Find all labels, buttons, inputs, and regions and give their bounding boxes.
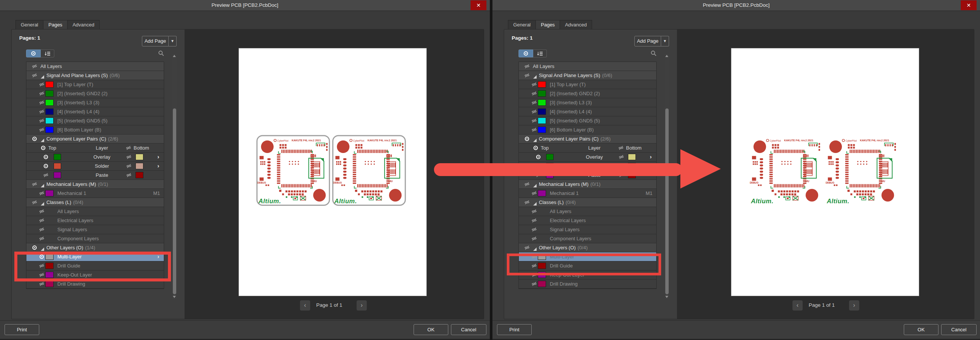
tree-row[interactable]: [3] (Inserted) L3 (3) [26,98,164,107]
color-swatch[interactable] [45,81,54,88]
eye-slash-icon[interactable] [39,109,45,115]
scrollbar[interactable] [172,54,177,299]
color-swatch[interactable] [538,126,546,133]
eye-slash-icon[interactable] [39,218,45,223]
eye-slash-icon[interactable] [32,64,37,69]
tab-general[interactable]: General [16,20,43,29]
sort-list-button[interactable] [41,49,54,57]
tree-row[interactable]: Classes (L)(0/4) [26,198,164,207]
scrollbar-thumb[interactable] [173,109,176,294]
eye-icon[interactable] [43,154,49,160]
triangle-icon[interactable] [533,75,537,78]
eye-slash-icon[interactable] [39,209,45,214]
visibility-mode-button[interactable] [26,49,41,57]
color-swatch[interactable] [135,163,143,169]
tree-row[interactable]: Signal Layers [519,225,656,234]
title-bar[interactable]: Preview PCB [PCB2.PcbDoc] ✕ [0,0,490,11]
tree-row[interactable]: Signal Layers [26,225,164,234]
tree-row[interactable]: Drill Drawing [519,279,656,289]
add-page-split-button[interactable]: Add Page ▼ [634,36,669,46]
tree-row[interactable]: Component Layer Pairs (C)(2/6) [26,134,164,144]
color-swatch[interactable] [538,109,546,115]
prev-page-button[interactable]: ‹ [300,300,310,311]
tree-row[interactable]: All Layers [519,207,656,216]
color-swatch[interactable] [45,109,54,115]
color-swatch[interactable] [538,99,546,106]
scroll-up-arrow-icon[interactable] [173,55,176,57]
scroll-down-arrow-icon[interactable] [173,296,176,298]
tree-row[interactable]: Component Layer Pairs (C)(2/6) [519,134,656,144]
color-swatch[interactable] [54,172,61,178]
eye-slash-icon[interactable] [531,190,537,196]
tree-row[interactable]: [4] (Inserted) L4 (4) [26,107,164,117]
eye-slash-icon[interactable] [32,181,37,187]
search-icon[interactable] [651,50,657,56]
next-page-button[interactable]: › [849,300,859,311]
eye-slash-icon[interactable] [524,64,530,69]
triangle-icon[interactable] [41,202,44,206]
eye-icon[interactable] [32,245,37,251]
tree-row[interactable]: Component Layers [26,234,164,243]
eye-slash-icon[interactable] [531,209,537,214]
eye-slash-icon[interactable] [39,81,45,87]
tree-row[interactable]: Solder› [26,162,164,171]
ok-button[interactable]: OK [904,324,939,335]
search-icon[interactable] [158,50,164,56]
tab-advanced[interactable]: Advanced [560,20,592,29]
cancel-button[interactable]: Cancel [941,324,977,335]
color-swatch[interactable] [45,126,54,133]
chevron-down-icon[interactable]: ▼ [169,36,177,46]
eye-slash-icon[interactable] [531,281,537,287]
print-button[interactable]: Print [5,324,39,335]
color-swatch[interactable] [538,81,546,88]
eye-slash-icon[interactable] [126,163,132,169]
eye-icon[interactable] [32,136,37,142]
color-swatch[interactable] [135,154,143,160]
eye-icon[interactable] [40,145,46,151]
color-swatch[interactable] [45,281,54,287]
close-icon[interactable]: ✕ [961,0,977,10]
color-swatch[interactable] [54,163,61,169]
tree-row[interactable]: Signal And Plane Layers (S)(0/6) [26,71,164,80]
add-page-button[interactable]: Add Page [634,36,661,46]
tree-row[interactable]: [2] (Inserted) GND2 (2) [519,89,656,98]
tree-row[interactable]: [6] Bottom Layer (B) [26,125,164,134]
triangle-icon[interactable] [41,75,44,78]
close-icon[interactable]: ✕ [471,0,487,10]
eye-slash-icon[interactable] [531,109,537,115]
tree-row[interactable]: [5] (Inserted) GND5 (5) [26,117,164,125]
chevron-right-icon[interactable]: › [158,153,159,160]
tree-row[interactable]: Electrical Layers [26,216,164,225]
tree-row[interactable]: Other Layers (O)(0/4) [519,243,656,252]
triangle-icon[interactable] [533,202,537,206]
tree-row[interactable]: [3] (Inserted) L3 (3) [519,98,656,107]
eye-icon[interactable] [43,163,49,169]
eye-slash-icon[interactable] [531,100,537,105]
eye-slash-icon[interactable] [32,73,37,78]
tree-row[interactable]: TopLayerBottom [26,144,164,153]
eye-slash-icon[interactable] [39,118,45,123]
sort-list-button[interactable] [533,49,547,57]
tree-row[interactable]: [1] Top Layer (T) [26,80,164,89]
color-swatch[interactable] [45,90,54,97]
scrollbar-thumb[interactable] [665,109,669,294]
tree-row[interactable]: Overlay› [26,153,164,162]
visibility-mode-button[interactable] [519,49,533,57]
chevron-down-icon[interactable]: ▼ [661,36,669,46]
eye-slash-icon[interactable] [531,236,537,241]
color-swatch[interactable] [54,154,61,160]
eye-slash-icon[interactable] [531,227,537,232]
tree-row[interactable]: [1] Top Layer (T) [519,80,656,89]
eye-slash-icon[interactable] [39,236,45,241]
eye-slash-icon[interactable] [531,218,537,223]
title-bar[interactable]: Preview PCB [PCB2.PcbDoc] ✕ [492,0,980,11]
scroll-up-arrow-icon[interactable] [665,55,668,57]
eye-slash-icon[interactable] [39,91,45,96]
tree-row[interactable]: [6] Bottom Layer (B) [519,125,656,134]
tree-row[interactable]: Component Layers [519,234,656,243]
add-page-split-button[interactable]: Add Page ▼ [142,36,177,46]
tree-row[interactable]: All Layers [26,62,164,71]
tree-row[interactable]: Mechanical 1M1 [26,189,164,198]
color-swatch[interactable] [538,281,546,287]
eye-slash-icon[interactable] [39,227,45,232]
